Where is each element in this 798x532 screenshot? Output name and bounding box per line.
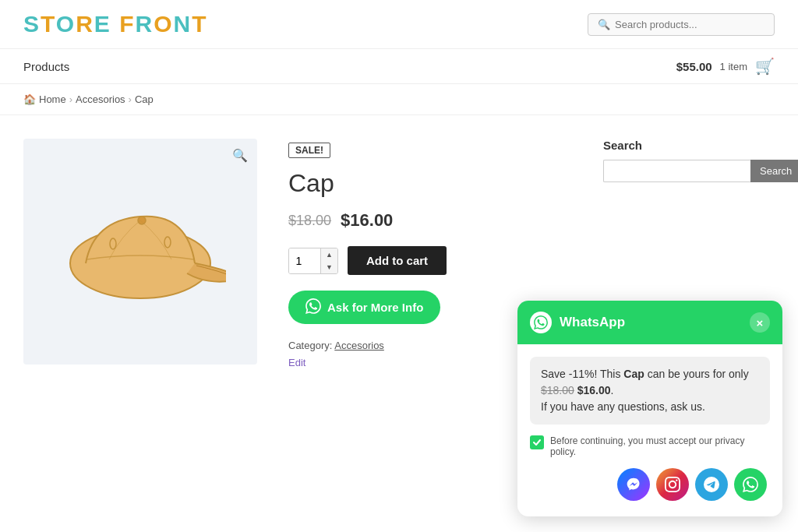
breadcrumb-chevron2: › (129, 93, 132, 105)
whatsapp-message: Save -11%! This Cap can be yours for onl… (530, 357, 770, 392)
category-link[interactable]: Accesorios (334, 340, 384, 351)
wa-msg-bold: Cap (623, 368, 644, 380)
add-to-cart-button[interactable]: Add to cart (348, 246, 447, 275)
sidebar-search-row: Search (603, 160, 775, 182)
sidebar-search-label: Search (603, 139, 775, 152)
product-image-box: 🔍 (23, 139, 257, 365)
home-icon: 🏠 (23, 93, 36, 105)
header-search-bar[interactable]: 🔍 (588, 13, 775, 36)
breadcrumb-category[interactable]: Accesorios (76, 93, 125, 105)
cart-icon[interactable]: 🛒 (755, 57, 775, 76)
ask-more-info-button[interactable]: Ask for More Info (288, 291, 440, 324)
breadcrumb-chevron: › (69, 93, 72, 105)
ask-more-label: Ask for More Info (327, 301, 423, 314)
nav-products-link[interactable]: Products (23, 60, 69, 73)
whatsapp-header: WhatsApp × (517, 301, 782, 344)
search-icon: 🔍 (598, 19, 610, 30)
wa-msg-1: Save -11%! This (541, 368, 623, 380)
qty-up-button[interactable]: ▲ (320, 248, 337, 261)
whatsapp-logo (530, 312, 552, 333)
product-image (55, 189, 226, 314)
original-price: $18.00 (288, 213, 331, 229)
whatsapp-header-left: WhatsApp (530, 312, 625, 333)
breadcrumb-home[interactable]: Home (39, 93, 66, 105)
sidebar-search-input[interactable] (603, 160, 750, 182)
sale-price: $16.00 (341, 210, 393, 231)
whatsapp-title: WhatsApp (560, 315, 625, 330)
whatsapp-close-button[interactable]: × (750, 312, 770, 333)
quantity-input[interactable] (289, 248, 320, 273)
qty-down-button[interactable]: ▼ (320, 261, 337, 273)
cart-count: 1 item (720, 61, 747, 72)
search-input[interactable] (615, 19, 764, 30)
price-row: $18.00 $16.00 (288, 210, 572, 231)
sidebar-search-button[interactable]: Search (750, 160, 798, 182)
whatsapp-icon-btn (305, 298, 321, 316)
qty-cart-row: ▲ ▼ Add to cart (288, 246, 572, 275)
store-logo: STORE FRONT (23, 11, 208, 37)
header: STORE FRONT 🔍 (0, 0, 798, 49)
sale-badge: SALE! (288, 143, 330, 158)
zoom-icon[interactable]: 🔍 (232, 148, 248, 163)
whatsapp-popup: WhatsApp × Save -11%! This Cap can be yo… (517, 301, 782, 392)
edit-link[interactable]: Edit (288, 357, 305, 368)
cart-total: $55.00 (676, 60, 712, 73)
product-section: 🔍 (23, 139, 572, 368)
wa-msg-2: can be yours for only (644, 368, 749, 380)
wa-old-price: $18.00 (541, 384, 574, 392)
product-title: Cap (288, 169, 572, 198)
breadcrumb-current: Cap (135, 93, 154, 105)
quantity-stepper[interactable]: ▲ ▼ (288, 248, 338, 274)
breadcrumb: 🏠 Home › Accesorios › Cap (0, 84, 798, 115)
svg-point-1 (138, 217, 146, 224)
category-label: Category: (288, 340, 332, 351)
wa-new-price: $16.00 (577, 384, 611, 392)
whatsapp-body: Save -11%! This Cap can be yours for onl… (517, 344, 782, 392)
navigation-bar: Products $55.00 1 item 🛒 (0, 49, 798, 84)
